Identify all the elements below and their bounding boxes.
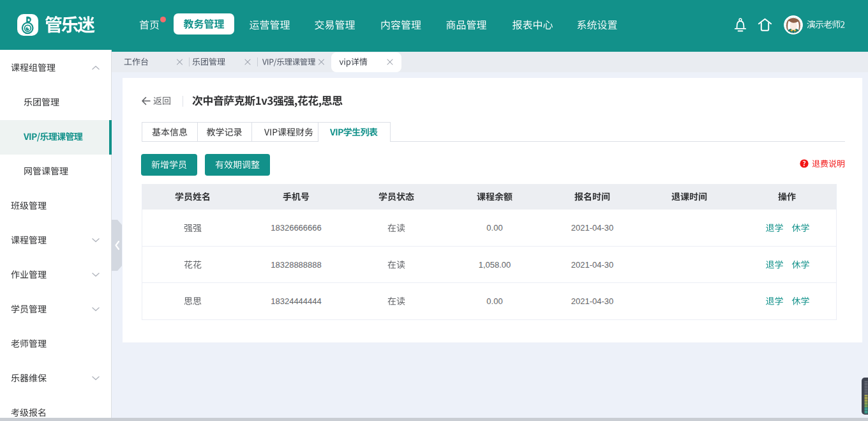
svg-text:2021-04-30: 2021-04-30	[571, 260, 614, 270]
svg-text:18326666666: 18326666666	[271, 223, 322, 233]
svg-text:0.00: 0.00	[486, 223, 502, 233]
svg-text:18324444444: 18324444444	[271, 296, 322, 306]
svg-text:18328888888: 18328888888	[271, 260, 322, 270]
svg-text:2021-04-30: 2021-04-30	[571, 296, 614, 306]
svg-text:1,058.00: 1,058.00	[479, 260, 511, 270]
svg-text:2021-04-30: 2021-04-30	[571, 223, 614, 233]
svg-text:0.00: 0.00	[486, 296, 502, 306]
